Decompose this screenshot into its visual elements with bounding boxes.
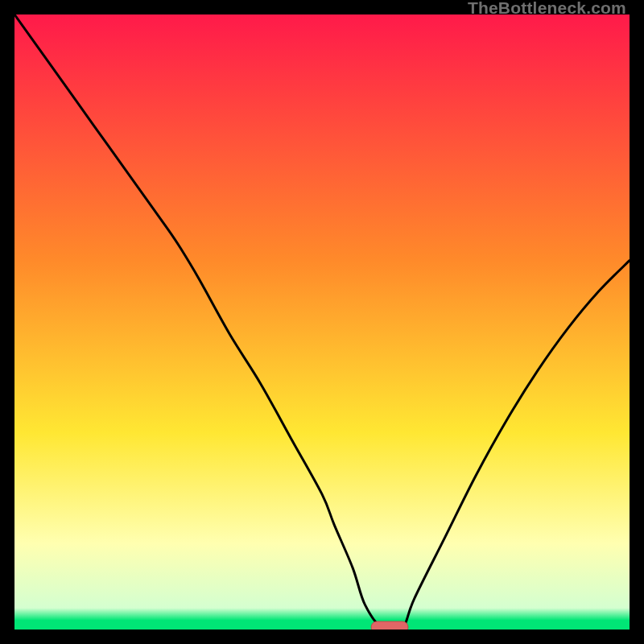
watermark-text: TheBottleneck.com — [468, 0, 626, 18]
chart-frame — [14, 14, 630, 630]
bottleneck-plot — [14, 14, 630, 630]
gradient-background — [14, 14, 630, 630]
optimum-marker — [371, 621, 408, 630]
